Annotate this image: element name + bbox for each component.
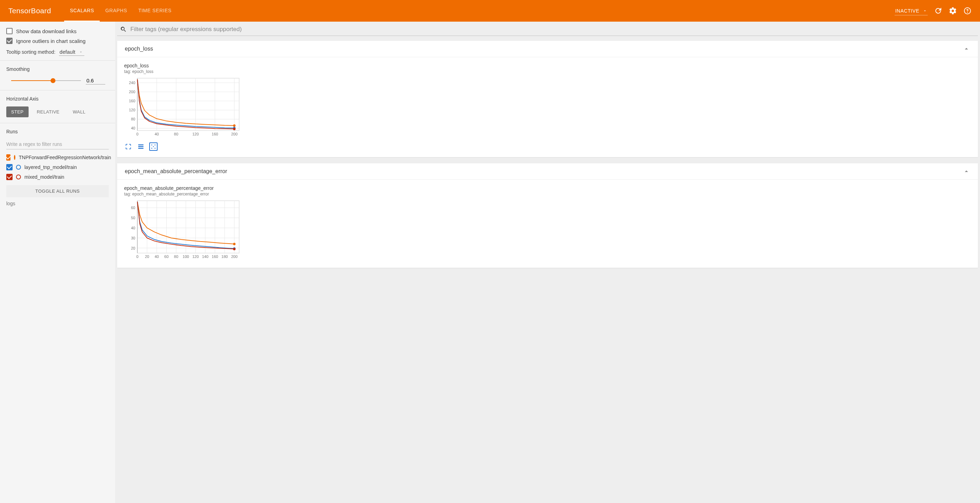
svg-text:20: 20: [131, 246, 135, 250]
svg-text:50: 50: [131, 216, 135, 220]
label-horizontal-axis: Horizontal Axis: [6, 96, 109, 102]
svg-text:120: 120: [129, 108, 135, 112]
tag-filter-bar: [117, 22, 978, 36]
list-icon[interactable]: [137, 142, 145, 151]
svg-text:120: 120: [192, 132, 199, 136]
svg-text:0: 0: [136, 254, 138, 259]
svg-point-26: [233, 124, 235, 127]
svg-text:160: 160: [129, 99, 135, 103]
svg-point-70: [233, 248, 235, 250]
svg-text:100: 100: [183, 254, 189, 259]
chart-epoch-mape[interactable]: 2030405060020406080100120140160180200: [124, 199, 243, 262]
swatch-icon: [16, 174, 21, 179]
run-label: mixed_model/train: [24, 174, 64, 180]
chevron-up-icon: [963, 45, 970, 53]
tab-scalars[interactable]: SCALARS: [64, 0, 100, 22]
run-label: layered_tnp_model/train: [24, 164, 77, 170]
svg-text:240: 240: [129, 81, 135, 85]
checkbox-ignore-outliers[interactable]: [6, 38, 13, 44]
tab-time-series[interactable]: TIME SERIES: [133, 0, 177, 22]
svg-point-31: [153, 146, 154, 147]
label-smoothing: Smoothing: [6, 66, 109, 72]
input-runs-filter[interactable]: [6, 139, 109, 149]
card-header[interactable]: epoch_mean_absolute_percentage_error: [117, 163, 978, 180]
expand-icon[interactable]: [124, 142, 132, 151]
svg-text:120: 120: [192, 254, 199, 259]
card-title: epoch_mean_absolute_percentage_error: [125, 168, 227, 174]
svg-text:40: 40: [131, 126, 135, 130]
chart-tag: tag: epoch_mean_absolute_percentage_erro…: [124, 192, 243, 196]
input-smoothing-value[interactable]: [86, 77, 105, 85]
gear-icon[interactable]: [949, 6, 957, 15]
card-title: epoch_loss: [125, 46, 153, 52]
fit-domain-icon[interactable]: [149, 142, 158, 151]
svg-text:80: 80: [131, 117, 135, 121]
svg-point-32: [151, 148, 152, 149]
refresh-icon[interactable]: [934, 6, 942, 15]
svg-text:80: 80: [174, 132, 178, 136]
svg-text:160: 160: [212, 132, 218, 136]
scalar-card-epoch-mape: epoch_mean_absolute_percentage_error epo…: [117, 163, 978, 268]
svg-text:20: 20: [145, 254, 149, 259]
svg-point-68: [233, 243, 235, 245]
svg-point-30: [155, 145, 156, 145]
svg-text:60: 60: [131, 206, 135, 210]
svg-text:30: 30: [131, 236, 135, 240]
chart-title: epoch_mean_absolute_percentage_error: [124, 185, 243, 191]
svg-text:0: 0: [136, 132, 138, 136]
label-ignore-outliers: Ignore outliers in chart scaling: [16, 38, 86, 44]
app-logo: TensorBoard: [8, 6, 51, 15]
label-runs: Runs: [6, 129, 109, 134]
svg-text:180: 180: [221, 254, 228, 259]
run-row: TNPForwardFeedRegressionNetwork/train: [6, 154, 109, 161]
caret-down-icon: [923, 9, 927, 13]
chart-epoch-loss[interactable]: 408012016020024004080120160200: [124, 76, 243, 139]
svg-text:40: 40: [131, 226, 135, 230]
plugin-select[interactable]: INACTIVE: [894, 6, 928, 15]
svg-text:200: 200: [231, 254, 237, 259]
help-icon[interactable]: [963, 6, 972, 15]
checkbox-run-2[interactable]: [6, 174, 13, 180]
svg-text:200: 200: [129, 90, 135, 94]
slider-smoothing[interactable]: [11, 78, 81, 84]
svg-text:60: 60: [164, 254, 169, 259]
scalar-card-epoch-loss: epoch_loss epoch_loss tag: epoch_loss 40…: [117, 41, 978, 157]
input-filter-tags[interactable]: [130, 26, 975, 33]
label-tooltip-sort: Tooltip sorting method:: [6, 49, 56, 55]
checkbox-run-1[interactable]: [6, 164, 13, 170]
select-tooltip-sort[interactable]: default: [59, 48, 84, 56]
search-icon: [120, 26, 127, 33]
toggle-all-runs-button[interactable]: TOGGLE ALL RUNS: [6, 185, 109, 197]
checkbox-run-0[interactable]: [6, 154, 10, 161]
chart-tag: tag: epoch_loss: [124, 69, 243, 74]
card-header[interactable]: epoch_loss: [117, 41, 978, 57]
run-row: mixed_model/train: [6, 174, 109, 180]
tab-graphs[interactable]: GRAPHS: [100, 0, 133, 22]
swatch-icon: [14, 155, 15, 160]
axis-step-btn[interactable]: STEP: [6, 107, 29, 117]
run-label: TNPForwardFeedRegressionNetwork/train: [19, 155, 111, 160]
runs-root-label: logs: [6, 201, 109, 206]
label-show-download-links: Show data download links: [16, 28, 76, 34]
svg-text:160: 160: [212, 254, 218, 259]
swatch-icon: [16, 165, 21, 170]
svg-point-28: [233, 128, 235, 130]
top-toolbar: TensorBoard SCALARS GRAPHS TIME SERIES I…: [0, 0, 980, 22]
sidebar: Show data download links Ignore outliers…: [0, 22, 115, 503]
plugin-select-label: INACTIVE: [895, 8, 920, 14]
svg-text:40: 40: [154, 132, 159, 136]
axis-wall-btn[interactable]: WALL: [68, 107, 91, 117]
svg-text:40: 40: [154, 254, 159, 259]
toolbar-icons: [934, 6, 972, 15]
svg-text:80: 80: [174, 254, 178, 259]
svg-point-29: [151, 145, 152, 145]
run-row: layered_tnp_model/train: [6, 164, 109, 170]
chevron-up-icon: [963, 168, 970, 175]
divider: [0, 123, 115, 123]
divider: [0, 61, 115, 61]
axis-relative-btn[interactable]: RELATIVE: [32, 107, 65, 117]
checkbox-show-download-links[interactable]: [6, 28, 13, 34]
main-content: epoch_loss epoch_loss tag: epoch_loss 40…: [115, 22, 980, 503]
svg-text:200: 200: [231, 132, 237, 136]
svg-text:140: 140: [202, 254, 208, 259]
